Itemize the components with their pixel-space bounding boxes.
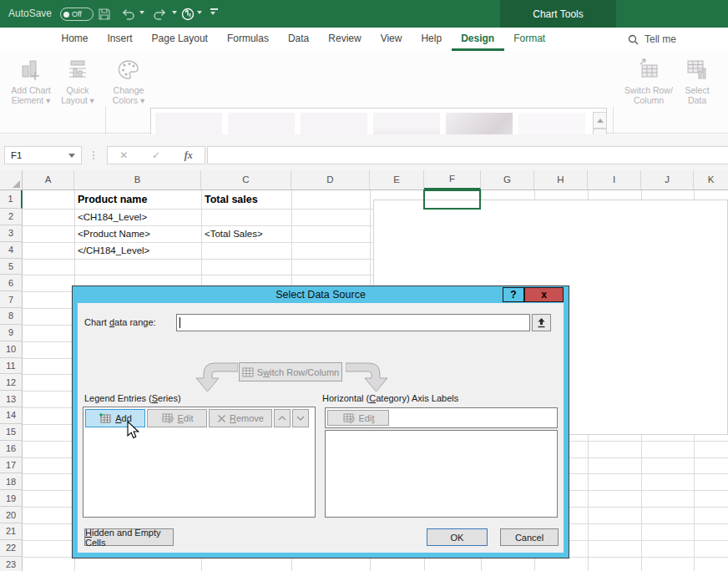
column-header-J[interactable]: J: [641, 170, 694, 189]
row-header-1[interactable]: 1: [0, 190, 23, 210]
quick-layout-button[interactable]: Quick Layout ▾: [55, 58, 100, 105]
column-header-F[interactable]: F: [424, 170, 481, 189]
move-down-icon: [296, 416, 305, 421]
formula-input[interactable]: [207, 146, 728, 164]
series-list[interactable]: [83, 429, 315, 517]
range-picker-button[interactable]: [532, 314, 551, 331]
row-header-22[interactable]: 22: [0, 540, 23, 557]
column-header-H[interactable]: H: [534, 170, 588, 189]
switch-row-column-ribbon-button[interactable]: Switch Row/ Column: [621, 58, 676, 105]
hidden-empty-cells-button[interactable]: Hidden and Empty Cells: [84, 528, 174, 546]
switch-row-column-icon: [635, 58, 662, 83]
cell-B1[interactable]: Product name: [78, 190, 147, 210]
cell-B2[interactable]: <CH184_Level>: [78, 209, 147, 225]
tab-insert[interactable]: Insert: [98, 28, 142, 51]
cell-C1[interactable]: Total sales: [205, 190, 258, 210]
tab-formulas[interactable]: Formulas: [217, 28, 278, 51]
formula-bar: F1 ✕ ✓ fx: [0, 134, 728, 170]
row-header-6[interactable]: 6: [0, 275, 23, 291]
row-header-14[interactable]: 14: [0, 407, 23, 424]
row-header-16[interactable]: 16: [0, 441, 23, 457]
row-header-15[interactable]: 15: [0, 424, 23, 441]
chart-data-range-input[interactable]: [176, 314, 530, 331]
column-header-D[interactable]: D: [291, 170, 370, 189]
autosave-toggle[interactable]: Off: [60, 8, 94, 21]
save-button[interactable]: [95, 5, 114, 23]
tab-help[interactable]: Help: [412, 28, 452, 51]
tab-design[interactable]: Design: [452, 28, 504, 51]
tab-review[interactable]: Review: [319, 28, 371, 51]
row-header-3[interactable]: 3: [0, 225, 23, 242]
enter-formula-icon[interactable]: ✓: [152, 149, 160, 161]
row-header-8[interactable]: 8: [0, 308, 23, 325]
row-header-19[interactable]: 19: [0, 490, 23, 507]
select-data-source-dialog: Select Data Source ? x Chart data range:: [72, 286, 569, 558]
row-header-21[interactable]: 21: [0, 523, 23, 540]
row-header-12[interactable]: 12: [0, 374, 23, 391]
customize-qat-button[interactable]: [210, 8, 218, 15]
edit-axis-labels-button[interactable]: Edit: [327, 410, 389, 426]
tab-format[interactable]: Format: [504, 28, 555, 51]
mouse-cursor: [126, 421, 141, 441]
axis-toolbar: Edit: [325, 407, 558, 428]
cancel-formula-icon[interactable]: ✕: [119, 149, 128, 161]
row-header-7[interactable]: 7: [0, 291, 23, 308]
move-up-button[interactable]: [274, 409, 291, 427]
column-header-A[interactable]: A: [23, 170, 74, 189]
touch-mouse-mode-button[interactable]: [179, 5, 197, 23]
change-colors-button[interactable]: Change Colors ▾: [109, 58, 149, 105]
undo-button[interactable]: [119, 5, 137, 23]
row-header-5[interactable]: 5: [0, 259, 23, 275]
row-header-4[interactable]: 4: [0, 242, 23, 259]
row-header-13[interactable]: 13: [0, 391, 23, 407]
select-data-ribbon-button[interactable]: Select Data: [678, 58, 716, 105]
quick-layout-label: Quick Layout ▾: [55, 85, 100, 105]
move-up-icon: [278, 416, 286, 421]
column-header-E[interactable]: E: [370, 170, 424, 189]
name-box-dropdown-icon[interactable]: [68, 154, 75, 158]
switch-row-column-button[interactable]: Switch Row/Column: [239, 362, 342, 382]
row-header-2[interactable]: 2: [0, 209, 23, 225]
tab-page-layout[interactable]: Page Layout: [142, 28, 217, 51]
cell-B3[interactable]: <Product Name>: [78, 225, 150, 242]
column-header-B[interactable]: B: [74, 170, 201, 189]
tab-data[interactable]: Data: [278, 28, 318, 51]
column-header-I[interactable]: I: [588, 170, 641, 189]
row-header-17[interactable]: 17: [0, 457, 23, 474]
axis-labels-list[interactable]: [325, 430, 558, 518]
column-header-G[interactable]: G: [481, 170, 534, 189]
column-header-K[interactable]: K: [694, 170, 728, 189]
dialog-close-button[interactable]: x: [524, 287, 564, 302]
redo-button[interactable]: [151, 5, 169, 23]
ok-button[interactable]: OK: [427, 528, 488, 546]
insert-function-icon[interactable]: fx: [185, 149, 193, 162]
dialog-help-button[interactable]: ?: [503, 287, 524, 302]
row-header-18[interactable]: 18: [0, 473, 23, 490]
select-all-corner[interactable]: [0, 170, 23, 189]
tell-me-box[interactable]: Tell me: [628, 28, 676, 51]
row-header-20[interactable]: 20: [0, 507, 23, 523]
add-chart-element-button[interactable]: Add Chart Element ▾: [7, 58, 55, 105]
search-icon: [628, 34, 639, 45]
tell-me-label: Tell me: [645, 33, 676, 45]
edit-series-button[interactable]: Edit: [147, 409, 207, 427]
select-all-triangle-icon: [13, 180, 20, 188]
row-header-11[interactable]: 11: [0, 358, 23, 375]
column-header-C[interactable]: C: [201, 170, 291, 189]
formula-bar-handle[interactable]: [93, 146, 94, 164]
cell-B4[interactable]: </CH184_Level>: [78, 242, 149, 259]
remove-series-button[interactable]: Remove: [209, 409, 272, 427]
row-header-23[interactable]: 23: [0, 557, 23, 571]
move-down-button[interactable]: [292, 409, 309, 427]
tab-view[interactable]: View: [371, 28, 412, 51]
row-header-10[interactable]: 10: [0, 341, 23, 358]
cell-C3[interactable]: <Total Sales>: [205, 225, 263, 242]
redo-dropdown-icon[interactable]: [172, 11, 177, 14]
cancel-button[interactable]: Cancel: [500, 528, 559, 546]
undo-dropdown-icon[interactable]: [139, 11, 144, 14]
dialog-title[interactable]: Select Data Source: [73, 286, 569, 303]
touch-mode-dropdown-icon[interactable]: [197, 11, 202, 14]
gallery-scroll-up-button[interactable]: [593, 112, 607, 129]
row-header-9[interactable]: 9: [0, 325, 23, 341]
tab-home[interactable]: Home: [52, 28, 98, 51]
